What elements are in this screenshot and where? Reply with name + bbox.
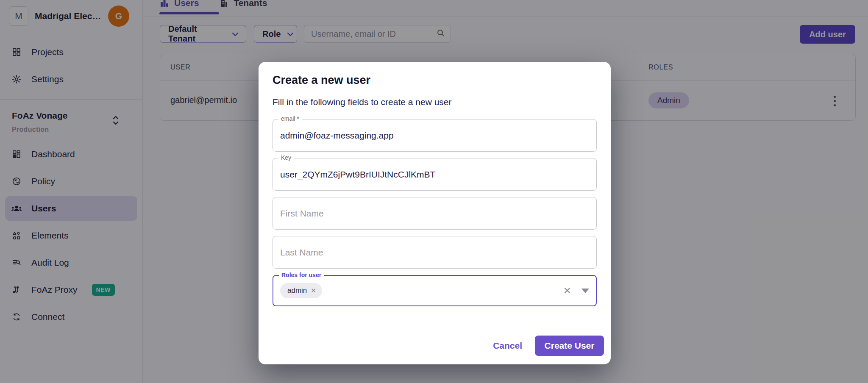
key-field: Key: [273, 158, 597, 191]
email-field: email *: [273, 119, 597, 152]
email-field-label: email *: [278, 115, 302, 122]
modal-title: Create a new user: [273, 74, 597, 87]
modal-footer: Cancel Create User: [493, 336, 604, 356]
create-user-button[interactable]: Create User: [535, 336, 604, 356]
first-name-field: [273, 197, 597, 230]
role-chip-label: admin: [287, 286, 307, 295]
create-user-modal: Create a new user Fill in the following …: [259, 62, 611, 364]
cancel-button[interactable]: Cancel: [493, 341, 522, 351]
app-window: M Madrigal Elec… G Projects: [0, 0, 868, 383]
key-input[interactable]: [273, 158, 596, 190]
roles-field[interactable]: Roles for user admin ✕ ✕: [273, 275, 597, 306]
last-name-field: [273, 236, 597, 269]
chip-remove-icon[interactable]: ✕: [311, 287, 316, 294]
clear-selection-icon[interactable]: ✕: [563, 286, 571, 296]
modal-subtitle: Fill in the following fields to create a…: [273, 97, 597, 107]
first-name-input[interactable]: [273, 197, 596, 229]
last-name-input[interactable]: [273, 236, 596, 268]
email-input[interactable]: [273, 119, 596, 151]
dropdown-caret-icon[interactable]: [581, 289, 589, 293]
key-field-label: Key: [278, 154, 294, 161]
selected-role-chip: admin ✕: [280, 283, 322, 298]
